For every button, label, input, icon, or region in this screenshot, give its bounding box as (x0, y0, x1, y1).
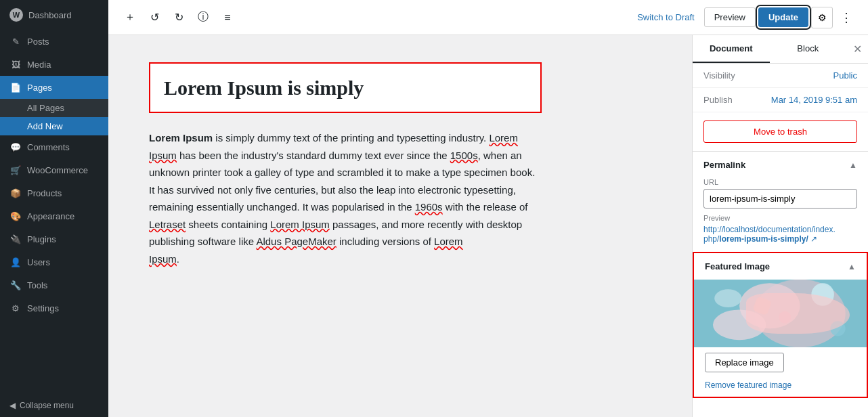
lorem-ipsum-link-2[interactable]: Lorem Ipsum (270, 219, 330, 230)
tab-document[interactable]: Document (693, 35, 770, 63)
tools-icon: 🔧 (9, 279, 22, 291)
sidebar-logo[interactable]: W Dashboard (0, 0, 108, 30)
preview-url: http://localhost/documentation/index.php… (703, 225, 857, 244)
collapse-label: Collapse menu (20, 401, 74, 410)
content-area: Lorem Ipsum is simply Lorem Ipsum is sim… (108, 35, 868, 417)
editor-body-block[interactable]: Lorem Ipsum is simply dummy text of the … (149, 129, 542, 267)
collapse-menu[interactable]: ◀ Collapse menu (0, 394, 108, 417)
sidebar-item-appearance[interactable]: 🎨 Appearance (0, 204, 108, 227)
plugins-icon: 🔌 (9, 233, 22, 245)
users-icon: 👤 (9, 256, 22, 268)
svg-point-2 (739, 283, 800, 328)
pages-icon: 📄 (9, 81, 22, 93)
sidebar-item-pages[interactable]: 📄 Pages (0, 76, 108, 99)
pages-label: Pages (27, 83, 52, 93)
more-options-button[interactable]: ⋮ (836, 7, 857, 28)
preview-label-permalink: Preview (703, 214, 857, 222)
comments-label: Comments (27, 142, 70, 152)
list-view-button[interactable]: ≡ (217, 7, 238, 28)
sidebar-item-settings[interactable]: ⚙ Settings (0, 297, 108, 320)
featured-image-title: Featured Image (705, 261, 770, 271)
settings-label: Settings (27, 303, 59, 313)
move-to-trash-button[interactable]: Move to trash (703, 120, 857, 143)
svg-point-4 (713, 309, 766, 340)
panel-tabs: Document Block ✕ (693, 35, 868, 64)
switch-to-draft-button[interactable]: Switch to Draft (630, 8, 701, 26)
pages-submenu: All Pages Add New (0, 99, 108, 135)
collapse-icon: ◀ (9, 401, 16, 410)
settings-icon: ⚙ (9, 302, 22, 314)
sidebar-item-woocommerce[interactable]: 🛒 WooCommerce (0, 158, 108, 181)
visibility-label: Visibility (703, 70, 735, 81)
editor-toolbar: ＋ ↺ ↻ ⓘ ≡ Switch to Draft Preview Update… (108, 0, 868, 35)
1500s-link[interactable]: 1500s (450, 150, 478, 161)
wordpress-icon: W (9, 8, 23, 22)
featured-image-toggle-icon: ▲ (848, 262, 856, 271)
update-button[interactable]: Update (758, 7, 808, 27)
editor-canvas: Lorem Ipsum is simply Lorem Ipsum is sim… (108, 35, 692, 417)
permalink-header[interactable]: Permalink ▲ (693, 152, 868, 178)
featured-image-header[interactable]: Featured Image ▲ (694, 253, 867, 280)
featured-image-svg (694, 280, 867, 347)
comments-icon: 💬 (9, 141, 22, 153)
permalink-content: URL Preview http://localhost/documentati… (693, 178, 868, 252)
redo-button[interactable]: ↻ (168, 7, 190, 28)
editor-title-block[interactable]: Lorem Ipsum is simply (149, 62, 542, 113)
svg-point-3 (811, 283, 834, 306)
appearance-icon: 🎨 (9, 210, 22, 222)
products-label: Products (27, 188, 62, 198)
visibility-row: Visibility Public (693, 64, 868, 88)
preview-url-link[interactable]: http://localhost/documentation/index.php… (703, 225, 836, 244)
media-label: Media (27, 60, 51, 70)
media-icon: 🖼 (9, 58, 22, 70)
permalink-title: Permalink (703, 160, 745, 170)
letraset-link[interactable]: Letraset (149, 219, 186, 230)
url-label: URL (703, 178, 857, 186)
tools-label: Tools (27, 280, 47, 290)
url-input[interactable] (703, 189, 857, 208)
lorem-ipsum-strong: Lorem Ipsum (149, 132, 213, 144)
posts-icon: ✎ (9, 35, 22, 47)
svg-point-7 (779, 311, 791, 324)
remove-featured-image-link[interactable]: Remove featured image (694, 378, 867, 397)
sidebar-item-all-pages[interactable]: All Pages (0, 99, 108, 117)
pages-arrow-icon (104, 82, 108, 93)
settings-panel-button[interactable]: ⚙ (811, 7, 833, 28)
svg-rect-6 (752, 296, 772, 315)
woocommerce-label: WooCommerce (27, 165, 88, 175)
sidebar-item-media[interactable]: 🖼 Media (0, 53, 108, 76)
sidebar-item-users[interactable]: 👤 Users (0, 250, 108, 273)
replace-image-button[interactable]: Replace image (705, 353, 784, 372)
1960s-link[interactable]: 1960s (415, 201, 443, 213)
dashboard-label: Dashboard (28, 10, 72, 20)
sidebar-item-tools[interactable]: 🔧 Tools (0, 273, 108, 297)
posts-label: Posts (27, 37, 49, 47)
sidebar-item-posts[interactable]: ✎ Posts (0, 30, 108, 53)
add-block-button[interactable]: ＋ (119, 7, 141, 28)
svg-point-5 (830, 321, 845, 336)
featured-image-container (694, 280, 867, 347)
preview-button[interactable]: Preview (704, 7, 756, 27)
woocommerce-icon: 🛒 (9, 164, 22, 176)
info-button[interactable]: ⓘ (192, 7, 214, 28)
sidebar-item-plugins[interactable]: 🔌 Plugins (0, 227, 108, 250)
main-area: ＋ ↺ ↻ ⓘ ≡ Switch to Draft Preview Update… (108, 0, 868, 417)
aldus-link[interactable]: Aldus PageMaker (256, 236, 336, 247)
appearance-label: Appearance (27, 211, 74, 221)
sidebar-item-comments[interactable]: 💬 Comments (0, 135, 108, 158)
right-panel: Document Block ✕ Visibility Public Publi… (692, 35, 868, 417)
sidebar-item-add-new[interactable]: Add New (0, 117, 108, 135)
users-label: Users (27, 257, 50, 267)
products-icon: 📦 (9, 187, 22, 199)
tab-block[interactable]: Block (770, 35, 847, 63)
visibility-value[interactable]: Public (833, 70, 857, 81)
featured-image-preview (694, 280, 867, 347)
sidebar: W Dashboard ✎ Posts 🖼 Media 📄 Pages All … (0, 0, 108, 417)
undo-button[interactable]: ↺ (144, 7, 165, 28)
permalink-toggle-icon: ▲ (849, 160, 857, 170)
close-panel-button[interactable]: ✕ (846, 39, 868, 60)
publish-value[interactable]: Mar 14, 2019 9:51 am (771, 95, 857, 105)
svg-point-8 (714, 289, 741, 307)
publish-row: Publish Mar 14, 2019 9:51 am (693, 88, 868, 112)
sidebar-item-products[interactable]: 📦 Products (0, 181, 108, 204)
